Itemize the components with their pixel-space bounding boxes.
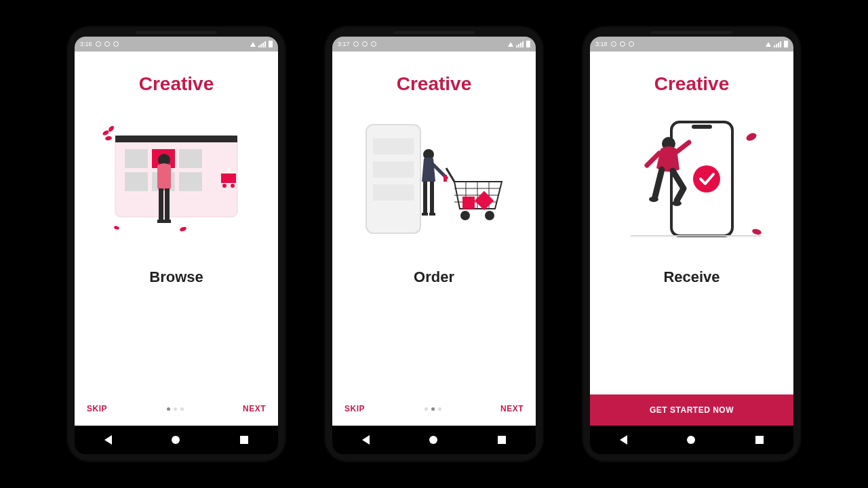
- onboarding-footer: SKIP NEXT: [332, 392, 536, 426]
- android-nav-bar: [590, 426, 793, 454]
- onboarding-screen-receive: Creative: [590, 52, 793, 426]
- svg-point-40: [460, 211, 470, 220]
- status-icon: [362, 41, 368, 47]
- svg-rect-17: [157, 220, 164, 223]
- svg-point-10: [222, 184, 226, 188]
- onboarding-screen-order: Creative: [332, 52, 536, 426]
- status-bar: 3:17: [332, 37, 536, 52]
- next-button[interactable]: NEXT: [243, 404, 266, 413]
- svg-rect-15: [159, 188, 163, 221]
- home-icon[interactable]: [429, 436, 437, 444]
- phone-frame-1: 3:16 Creative: [68, 27, 285, 461]
- back-icon[interactable]: [620, 435, 627, 445]
- skip-button[interactable]: SKIP: [87, 404, 107, 413]
- illustration-receive: [590, 102, 793, 251]
- svg-rect-13: [228, 168, 229, 172]
- back-icon[interactable]: [362, 435, 370, 445]
- step-title: Order: [332, 268, 536, 286]
- svg-rect-5: [125, 172, 148, 191]
- svg-point-11: [231, 184, 235, 188]
- svg-point-50: [745, 131, 758, 142]
- status-icon: [104, 41, 110, 47]
- page-indicator: [167, 407, 184, 411]
- step-title: Browse: [75, 268, 278, 286]
- home-icon[interactable]: [687, 436, 695, 444]
- svg-rect-45: [692, 125, 712, 129]
- recent-icon[interactable]: [498, 436, 506, 444]
- status-time: 3:18: [595, 41, 608, 47]
- recent-icon[interactable]: [755, 436, 764, 444]
- svg-point-46: [693, 165, 720, 192]
- app-title: Creative: [332, 73, 536, 95]
- status-icon: [371, 41, 376, 47]
- svg-rect-32: [429, 213, 435, 216]
- onboarding-screen-browse: Creative: [75, 52, 278, 426]
- svg-rect-27: [373, 184, 414, 201]
- svg-rect-2: [125, 149, 148, 168]
- svg-rect-18: [164, 220, 171, 223]
- svg-rect-16: [165, 188, 170, 221]
- recent-icon[interactable]: [240, 436, 248, 444]
- svg-rect-1: [115, 136, 237, 142]
- svg-rect-9: [221, 174, 236, 183]
- next-button[interactable]: NEXT: [500, 404, 524, 413]
- status-time: 3:16: [80, 41, 92, 47]
- svg-rect-33: [443, 175, 447, 182]
- svg-point-48: [649, 197, 658, 202]
- page-indicator: [425, 407, 441, 411]
- status-icon: [353, 41, 359, 47]
- battery-icon: [526, 41, 530, 47]
- svg-point-23: [179, 226, 186, 232]
- android-nav-bar: [75, 426, 278, 454]
- phone-frame-2: 3:17 Creative: [326, 27, 542, 461]
- app-title: Creative: [590, 73, 793, 95]
- illustration-browse: [75, 102, 278, 251]
- svg-point-49: [672, 201, 682, 206]
- status-icon: [629, 41, 634, 47]
- onboarding-footer: SKIP NEXT: [75, 392, 278, 426]
- app-title: Creative: [75, 73, 278, 95]
- battery-icon: [269, 41, 273, 47]
- svg-point-51: [751, 228, 762, 235]
- phone-speaker: [651, 31, 732, 34]
- signal-icon: [258, 41, 266, 47]
- svg-point-22: [113, 225, 119, 230]
- back-icon[interactable]: [104, 435, 112, 445]
- home-icon[interactable]: [172, 436, 180, 444]
- status-icon: [620, 41, 625, 47]
- svg-rect-25: [373, 138, 414, 155]
- status-icon: [113, 41, 119, 47]
- wifi-icon: [250, 42, 256, 47]
- svg-rect-42: [462, 197, 475, 209]
- status-bar: 3:18: [590, 37, 793, 52]
- skip-button[interactable]: SKIP: [344, 404, 365, 413]
- svg-rect-26: [373, 161, 414, 178]
- status-time: 3:17: [338, 41, 350, 47]
- svg-rect-4: [179, 149, 202, 168]
- battery-icon: [784, 41, 788, 47]
- svg-rect-7: [179, 172, 202, 191]
- signal-icon: [774, 41, 781, 47]
- android-nav-bar: [332, 426, 536, 454]
- illustration-order: [332, 102, 536, 251]
- phone-speaker: [136, 31, 217, 34]
- phone-frame-3: 3:18 Creative: [583, 27, 800, 461]
- svg-point-41: [485, 211, 494, 220]
- svg-rect-31: [422, 213, 428, 216]
- step-title: Receive: [590, 268, 793, 286]
- wifi-icon: [766, 42, 771, 47]
- wifi-icon: [508, 42, 513, 47]
- svg-rect-30: [430, 182, 434, 214]
- svg-point-21: [105, 136, 113, 141]
- get-started-button[interactable]: GET STARTED NOW: [590, 394, 793, 426]
- phone-speaker: [393, 31, 475, 34]
- status-bar: 3:16: [75, 37, 278, 52]
- signal-icon: [516, 41, 524, 47]
- status-icon: [611, 41, 616, 47]
- svg-rect-29: [423, 182, 427, 214]
- status-icon: [96, 41, 101, 47]
